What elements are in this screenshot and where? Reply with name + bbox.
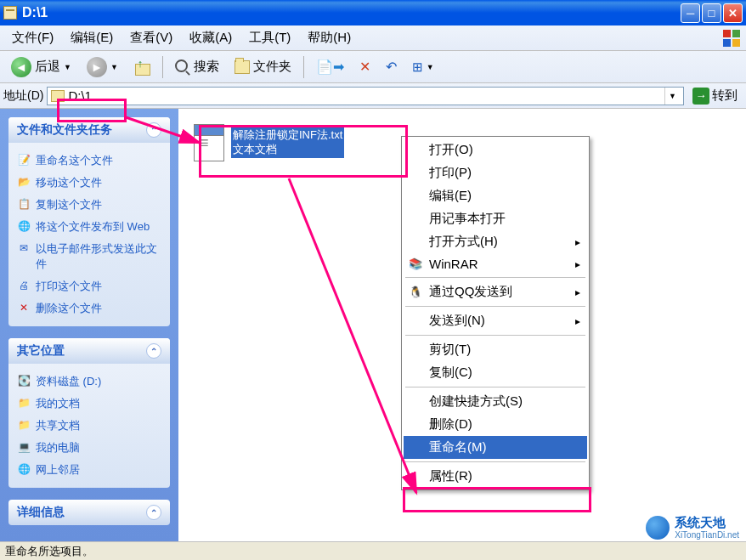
cm-rename[interactable]: 重命名(M) <box>404 436 587 459</box>
menu-file[interactable]: 文件(F) <box>5 27 60 48</box>
details-panel: 详细信息 ⌃ <box>8 500 170 525</box>
delete-icon: ✕ <box>359 59 370 75</box>
other-places-panel: 其它位置 ⌃ 💽资料磁盘 (D:) 📁我的文档 📁共享文档 💻我的电脑 🌐网上邻… <box>8 338 170 488</box>
network-icon: 🌐 <box>17 462 31 476</box>
cm-winrar[interactable]: 📚WinRAR <box>404 253 587 274</box>
moveto-button[interactable]: 📄➡ <box>310 55 350 78</box>
cm-copy[interactable]: 复制(C) <box>404 361 587 384</box>
email-icon: ✉ <box>17 241 31 255</box>
folders-icon <box>235 60 250 74</box>
qq-icon: 🐧 <box>409 286 422 299</box>
cm-edit[interactable]: 编辑(E) <box>404 184 587 207</box>
cm-properties[interactable]: 属性(R) <box>404 465 587 488</box>
cm-openwith[interactable]: 打开方式(H) <box>404 230 587 253</box>
mycomputer-icon: 💻 <box>17 440 31 454</box>
views-icon: ⊞ <box>412 59 423 75</box>
address-dropdown[interactable]: ▼ <box>664 88 680 105</box>
delete-icon: ✕ <box>17 301 31 314</box>
move-icon: 📂 <box>17 175 31 189</box>
statusbar: 重命名所选项目。 <box>0 541 746 560</box>
maximize-button[interactable]: □ <box>702 3 721 23</box>
file-type: 文本文档 <box>233 143 342 157</box>
watermark: 系统天地 XiTongTianDi.net <box>646 516 739 540</box>
titlebar: D:\1 ─ □ ✕ <box>0 0 746 25</box>
task-delete[interactable]: ✕删除这个文件 <box>17 297 161 320</box>
menubar: 文件(F) 编辑(E) 查看(V) 收藏(A) 工具(T) 帮助(H) <box>0 25 746 51</box>
forward-icon: ► <box>87 57 107 77</box>
up-button[interactable] <box>127 55 156 79</box>
undo-icon: ↶ <box>386 59 397 75</box>
other-places-header[interactable]: 其它位置 ⌃ <box>8 338 170 364</box>
search-icon <box>175 59 190 75</box>
print-icon: 🖨 <box>17 279 31 292</box>
search-button[interactable]: 搜索 <box>169 55 225 78</box>
menu-tools[interactable]: 工具(T) <box>242 27 297 48</box>
file-name: 解除注册锁定INF法.txt <box>233 128 342 143</box>
close-button[interactable]: ✕ <box>723 3 743 23</box>
forward-button[interactable]: ► ▼ <box>81 54 124 81</box>
place-mycomputer[interactable]: 💻我的电脑 <box>17 437 161 459</box>
text-file-icon <box>194 124 224 161</box>
task-print[interactable]: 🖨打印这个文件 <box>17 275 161 297</box>
place-shared[interactable]: 📁共享文档 <box>17 415 161 437</box>
cm-delete[interactable]: 删除(D) <box>404 413 587 436</box>
folder-icon <box>51 90 65 102</box>
back-button[interactable]: ◄ 后退 ▼ <box>5 54 77 81</box>
address-input[interactable]: D:\1 ▼ <box>47 87 684 105</box>
address-label: 地址(D) <box>3 88 43 104</box>
window-title: D:\1 <box>22 5 681 20</box>
context-menu: 打开(O) 打印(P) 编辑(E) 用记事本打开 打开方式(H) 📚WinRAR… <box>401 136 590 490</box>
moveto-icon: 📄➡ <box>316 59 344 75</box>
minimize-button[interactable]: ─ <box>681 3 700 23</box>
shared-icon: 📁 <box>17 418 31 432</box>
cm-shortcut[interactable]: 创建快捷方式(S) <box>404 390 587 413</box>
task-copy[interactable]: 📋复制这个文件 <box>17 194 161 216</box>
chevron-down-icon: ▼ <box>110 63 118 71</box>
go-button[interactable]: → 转到 <box>687 86 743 106</box>
task-move[interactable]: 📂移动这个文件 <box>17 172 161 194</box>
collapse-icon: ⌃ <box>146 343 161 359</box>
task-email[interactable]: ✉以电子邮件形式发送此文件 <box>17 238 161 275</box>
collapse-icon: ⌃ <box>146 505 161 520</box>
separator <box>162 56 163 78</box>
task-publish[interactable]: 🌐将这个文件发布到 Web <box>17 216 161 238</box>
separator <box>405 335 585 336</box>
delete-button[interactable]: ✕ <box>353 55 376 78</box>
collapse-icon: ⌃ <box>146 122 161 138</box>
go-icon: → <box>692 88 709 105</box>
menu-view[interactable]: 查看(V) <box>123 27 179 48</box>
svg-rect-0 <box>723 30 731 37</box>
task-rename[interactable]: 📝重命名这个文件 <box>17 150 161 172</box>
place-disk[interactable]: 💽资料磁盘 (D:) <box>17 371 161 393</box>
chevron-down-icon: ▼ <box>64 63 71 71</box>
separator <box>405 461 585 462</box>
file-item[interactable]: 解除注册锁定INF法.txt 文本文档 <box>192 122 387 163</box>
menu-favorites[interactable]: 收藏(A) <box>183 27 239 48</box>
place-network[interactable]: 🌐网上邻居 <box>17 459 161 481</box>
svg-rect-2 <box>723 39 731 47</box>
copy-icon: 📋 <box>17 197 31 211</box>
tasks-panel-header[interactable]: 文件和文件夹任务 ⌃ <box>8 117 170 143</box>
separator <box>303 56 304 78</box>
menu-help[interactable]: 帮助(H) <box>301 27 358 48</box>
status-text: 重命名所选项目。 <box>5 544 93 559</box>
sidebar: 文件和文件夹任务 ⌃ 📝重命名这个文件 📂移动这个文件 📋复制这个文件 🌐将这个… <box>0 109 178 541</box>
cm-sendto[interactable]: 发送到(N) <box>404 309 587 332</box>
disk-icon: 💽 <box>17 374 31 387</box>
cm-qq[interactable]: 🐧通过QQ发送到 <box>404 280 587 303</box>
cm-notepad[interactable]: 用记事本打开 <box>404 207 587 230</box>
cm-open[interactable]: 打开(O) <box>404 139 587 161</box>
separator <box>405 306 585 307</box>
place-mydocs[interactable]: 📁我的文档 <box>17 393 161 415</box>
addressbar: 地址(D) D:\1 ▼ → 转到 <box>0 83 746 109</box>
cm-print[interactable]: 打印(P) <box>404 161 587 184</box>
details-header[interactable]: 详细信息 ⌃ <box>8 500 170 525</box>
watermark-icon <box>646 516 670 540</box>
back-icon: ◄ <box>11 57 31 77</box>
menu-edit[interactable]: 编辑(E) <box>64 27 120 48</box>
undo-button[interactable]: ↶ <box>380 55 403 78</box>
cm-cut[interactable]: 剪切(T) <box>404 338 587 361</box>
views-button[interactable]: ⊞▼ <box>406 56 440 78</box>
winrar-icon: 📚 <box>409 257 422 271</box>
folders-button[interactable]: 文件夹 <box>229 55 297 78</box>
